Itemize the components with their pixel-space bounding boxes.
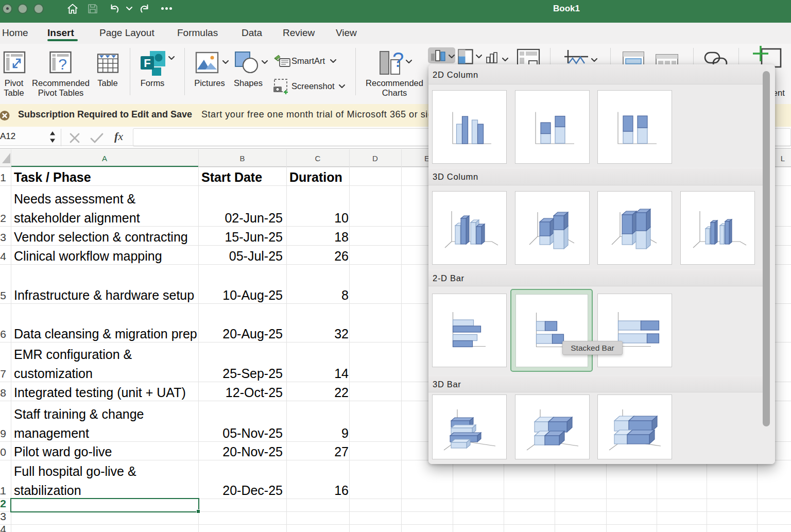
svg-text:?: ? (392, 50, 404, 71)
svg-text:?: ? (58, 56, 67, 73)
svg-text:F: F (144, 57, 150, 70)
